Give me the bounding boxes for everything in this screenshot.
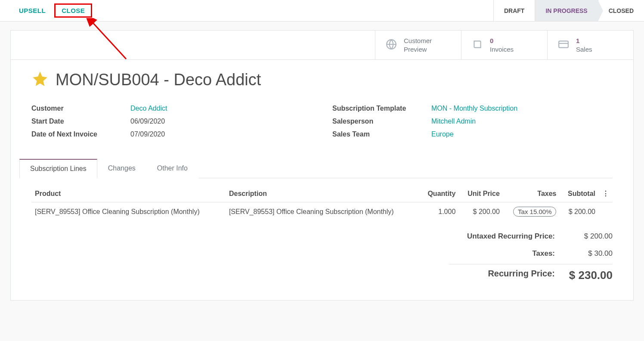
tab-subscription-lines[interactable]: Subscription Lines bbox=[19, 159, 97, 178]
tab-other-info[interactable]: Other Info bbox=[146, 159, 198, 178]
status-draft[interactable]: DRAFT bbox=[493, 0, 535, 21]
tabs: Subscription Lines Changes Other Info bbox=[19, 159, 613, 178]
card-icon bbox=[558, 39, 569, 52]
customer-label: Customer bbox=[31, 105, 130, 112]
star-icon[interactable] bbox=[31, 70, 49, 89]
tax-pill: Tax 15.00% bbox=[513, 207, 556, 217]
cell-subtotal: $ 200.00 bbox=[560, 202, 599, 221]
customer-preview-button[interactable]: Customer Preview bbox=[375, 31, 461, 59]
invoices-count: 0 bbox=[490, 37, 514, 45]
th-subtotal: Subtotal bbox=[560, 185, 599, 202]
card-body: MON/SUB004 - Deco Addict Customer Deco A… bbox=[11, 60, 633, 300]
title-row: MON/SUB004 - Deco Addict bbox=[31, 70, 613, 89]
fields-grid: Customer Deco Addict Start Date 06/09/20… bbox=[31, 105, 613, 143]
tab-changes[interactable]: Changes bbox=[97, 159, 146, 178]
stat-row: Customer Preview 0 Invoices 1 Sales bbox=[11, 31, 633, 60]
salesperson-label: Salesperson bbox=[332, 118, 431, 125]
template-label: Subscription Template bbox=[332, 105, 431, 112]
sales-count: 1 bbox=[576, 37, 592, 45]
globe-icon bbox=[386, 39, 397, 52]
sales-button[interactable]: 1 Sales bbox=[547, 31, 633, 59]
cell-description: [SERV_89553] Office Cleaning Subscriptio… bbox=[226, 202, 420, 221]
cell-product: [SERV_89553] Office Cleaning Subscriptio… bbox=[31, 202, 226, 221]
customer-value[interactable]: Deco Addict bbox=[130, 105, 167, 112]
salesteam-label: Sales Team bbox=[332, 130, 431, 138]
columns-menu-icon[interactable]: ⋮ bbox=[599, 185, 613, 202]
th-quantity: Quantity bbox=[420, 185, 459, 202]
lines-table: Product Description Quantity Unit Price … bbox=[31, 185, 613, 221]
th-unitprice: Unit Price bbox=[459, 185, 503, 202]
taxes-label: Taxes: bbox=[449, 249, 565, 258]
preview-label: Customer Preview bbox=[404, 37, 432, 53]
toolbar-left: UPSELL CLOSE bbox=[0, 0, 92, 21]
totals: Untaxed Recurring Price: $ 200.00 Taxes:… bbox=[31, 228, 613, 286]
taxes-value: $ 30.00 bbox=[565, 249, 613, 258]
svg-rect-3 bbox=[559, 41, 568, 47]
salesperson-value[interactable]: Mitchell Admin bbox=[431, 118, 476, 125]
close-button[interactable]: CLOSE bbox=[54, 3, 92, 18]
table-row[interactable]: [SERV_89553] Office Cleaning Subscriptio… bbox=[31, 202, 613, 221]
th-description: Description bbox=[226, 185, 420, 202]
fields-col-right: Subscription Template MON - Monthly Subs… bbox=[332, 105, 613, 143]
page-title: MON/SUB004 - Deco Addict bbox=[56, 71, 261, 89]
template-value[interactable]: MON - Monthly Subscription bbox=[431, 105, 517, 112]
startdate-label: Start Date bbox=[31, 118, 130, 125]
fields-col-left: Customer Deco Addict Start Date 06/09/20… bbox=[31, 105, 312, 143]
nextinvoice-value: 07/09/2020 bbox=[130, 130, 165, 138]
invoices-button[interactable]: 0 Invoices bbox=[461, 31, 547, 59]
startdate-value: 06/09/2020 bbox=[130, 118, 165, 125]
page-wrap: Customer Preview 0 Invoices 1 Sales bbox=[0, 22, 644, 309]
status-closed[interactable]: CLOSED bbox=[598, 0, 644, 21]
salesteam-value[interactable]: Europe bbox=[431, 130, 454, 138]
untaxed-value: $ 200.00 bbox=[565, 232, 613, 241]
record-card: Customer Preview 0 Invoices 1 Sales bbox=[10, 30, 634, 301]
upsell-button[interactable]: UPSELL bbox=[14, 3, 51, 18]
status-bar: DRAFT IN PROGRESS CLOSED bbox=[493, 0, 644, 21]
cell-qty: 1.000 bbox=[420, 202, 459, 221]
th-product: Product bbox=[31, 185, 226, 202]
cell-tax: Tax 15.00% bbox=[503, 202, 560, 221]
recurring-value: $ 230.00 bbox=[565, 269, 613, 282]
recurring-label: Recurring Price: bbox=[449, 269, 565, 282]
nextinvoice-label: Date of Next Invoice bbox=[31, 130, 130, 138]
cell-price: $ 200.00 bbox=[459, 202, 503, 221]
status-in-progress[interactable]: IN PROGRESS bbox=[535, 0, 598, 21]
book-icon bbox=[472, 39, 483, 52]
action-toolbar: UPSELL CLOSE DRAFT IN PROGRESS CLOSED bbox=[0, 0, 644, 22]
th-taxes: Taxes bbox=[503, 185, 560, 202]
untaxed-label: Untaxed Recurring Price: bbox=[449, 232, 565, 241]
invoices-label: Invoices bbox=[490, 45, 514, 54]
sales-label: Sales bbox=[576, 45, 592, 54]
